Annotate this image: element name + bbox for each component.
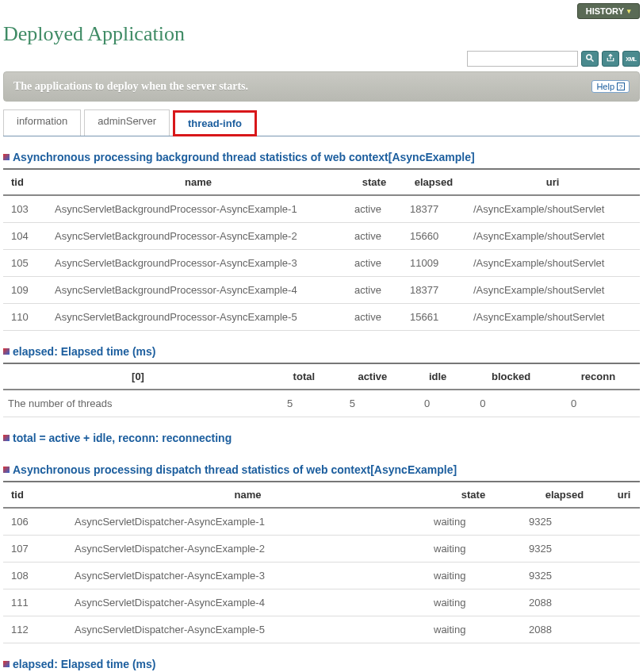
table-row: 103AsyncServletBackgroundProcessor-Async… [3,195,640,223]
cell-uri: /AsyncExample/shoutServlet [465,223,640,250]
tab-adminserver[interactable]: adminServer [84,109,170,136]
tab-information[interactable]: information [3,109,81,136]
cell-uri [608,536,640,563]
cell-uri [608,563,640,589]
cell-name: AsyncServletDispatcher-AsyncExample-2 [67,536,426,563]
section-head-elapsed2: elapsed: Elapsed time (ms) [3,655,640,672]
cell-state: waiting [426,536,521,563]
cell-name: AsyncServletDispatcher-AsyncExample-4 [67,589,426,616]
cell-state: active [346,223,402,250]
sum-col-active: active [335,364,410,390]
cell-name: AsyncServletBackgroundProcessor-AsyncExa… [47,277,346,304]
export-icon [606,53,615,65]
cell-tid: 104 [3,223,47,250]
col-name: name [67,482,426,508]
cell-state: waiting [426,508,521,536]
sum1-total: 5 [273,390,335,417]
sum-col-blocked: blocked [465,364,557,390]
cell-elapsed: 2088 [521,616,608,643]
cell-state: waiting [426,589,521,616]
search-icon [585,53,595,65]
cell-uri: /AsyncExample/shoutServlet [465,195,640,223]
bg-thread-table: tid name state elapsed uri 103AsyncServl… [3,170,640,331]
cell-tid: 106 [3,508,67,536]
search-button[interactable] [581,51,599,67]
help-button[interactable]: Help ? [591,80,630,93]
cell-state: active [346,304,402,331]
col-elapsed: elapsed [521,482,608,508]
bullet-icon [3,154,10,160]
table-row: 109AsyncServletBackgroundProcessor-Async… [3,277,640,304]
sum-col0: [0] [3,364,273,390]
cell-state: active [346,277,402,304]
cell-tid: 110 [3,304,47,331]
bullet-icon [3,435,10,441]
page-description-banner: The applications to deploy when the serv… [3,71,640,102]
cell-name: AsyncServletBackgroundProcessor-AsyncExa… [47,223,346,250]
col-uri: uri [465,170,640,195]
tab-thread-info[interactable]: thread-info [173,110,257,136]
disp-title: Asynchronous processing dispatch thread … [13,463,457,476]
table-row: 110AsyncServletBackgroundProcessor-Async… [3,304,640,331]
cell-state: active [346,195,402,223]
col-state: state [426,482,521,508]
export-button[interactable] [602,51,619,67]
cell-uri: /AsyncExample/shoutServlet [465,304,640,331]
help-icon: ? [617,83,625,90]
cell-elapsed: 9325 [521,508,608,536]
cell-name: AsyncServletBackgroundProcessor-AsyncExa… [47,250,346,277]
cell-uri [608,616,640,643]
table-row: 106AsyncServletDispatcher-AsyncExample-1… [3,508,640,536]
cell-elapsed: 18377 [402,277,465,304]
cell-tid: 109 [3,277,47,304]
banner-text: The applications to deploy when the serv… [13,80,248,93]
cell-elapsed: 18377 [402,195,465,223]
history-label: HISTORY [586,6,624,16]
cell-state: waiting [426,563,521,589]
col-state: state [346,170,402,195]
col-name: name [47,170,346,195]
cell-uri: /AsyncExample/shoutServlet [465,250,640,277]
sum1-reconn: 0 [557,390,640,417]
cell-uri [608,508,640,536]
cell-state: active [346,250,402,277]
xml-button[interactable]: XML [622,51,640,67]
bullet-icon [3,661,10,667]
col-uri: uri [608,482,640,508]
bg-thread-table-head: tid name state elapsed uri [3,170,640,195]
table-row: 112AsyncServletDispatcher-AsyncExample-5… [3,616,640,643]
sum-label: The number of threads [3,390,273,417]
cell-uri [608,589,640,616]
cell-tid: 111 [3,589,67,616]
cell-name: AsyncServletBackgroundProcessor-AsyncExa… [47,304,346,331]
cell-tid: 108 [3,563,67,589]
sum1-blocked: 0 [465,390,557,417]
cell-elapsed: 2088 [521,589,608,616]
section-head-elapsed1: elapsed: Elapsed time (ms) [3,342,640,364]
bullet-icon [3,348,10,355]
page-title: Deployed Application [3,22,640,46]
col-tid: tid [3,170,47,195]
cell-name: AsyncServletDispatcher-AsyncExample-5 [67,616,426,643]
section-head-bg-threads: Asynchronous processing background threa… [3,148,640,170]
cell-elapsed: 15660 [402,223,465,250]
sum-col-reconn: reconn [557,364,640,390]
section-head-dispatch: Asynchronous processing dispatch thread … [3,460,640,482]
history-button[interactable]: HISTORY ▾ [577,3,640,19]
cell-tid: 105 [3,250,47,277]
svg-point-0 [587,54,591,59]
table-row: The number of threads 5 5 0 0 0 [3,390,640,417]
help-label: Help [596,82,614,91]
section-head-formula1: total = active + idle, reconn: reconnect… [3,428,640,449]
formula1: total = active + idle, reconn: reconnect… [13,432,232,444]
search-input[interactable] [467,51,578,67]
table-row: 108AsyncServletDispatcher-AsyncExample-3… [3,563,640,589]
cell-elapsed: 11009 [402,250,465,277]
col-elapsed: elapsed [402,170,465,195]
table-row: 104AsyncServletBackgroundProcessor-Async… [3,223,640,250]
bullet-icon [3,467,10,473]
table-row: 111AsyncServletDispatcher-AsyncExample-4… [3,589,640,616]
cell-state: waiting [426,616,521,643]
elapsed-title: elapsed: Elapsed time (ms) [13,345,156,358]
summary-table-1: [0] total active idle blocked reconn The… [3,364,640,417]
